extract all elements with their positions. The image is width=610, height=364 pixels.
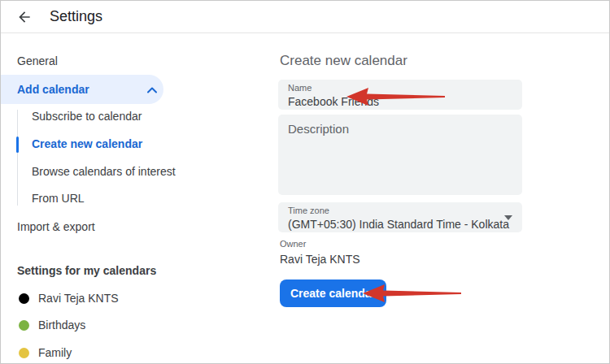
timezone-selected-value: (GMT+05:30) India Standard Time - Kolkat… — [288, 218, 512, 231]
description-textarea[interactable] — [278, 115, 522, 195]
arrow-left-icon — [16, 9, 33, 25]
owner-field-label: Owner — [280, 239, 360, 249]
calendar-label: Ravi Teja KNTS — [38, 292, 119, 305]
timezone-field-label: Time zone — [288, 206, 512, 216]
calendar-color-dot — [19, 293, 29, 304]
sub-items-indent-guide — [17, 110, 18, 206]
description-field[interactable] — [278, 115, 522, 195]
timezone-field[interactable]: Time zone (GMT+05:30) India Standard Tim… — [278, 202, 522, 232]
settings-window: Settings General Add calendar Subscribe … — [0, 0, 610, 364]
chevron-up-icon — [146, 86, 158, 93]
name-input[interactable] — [288, 95, 512, 108]
create-calendar-button[interactable]: Create calendar — [280, 280, 386, 307]
name-field-label: Name — [288, 83, 512, 93]
sidebar-item-subscribe-to-calendar[interactable]: Subscribe to calendar — [32, 110, 142, 123]
owner-field: Owner Ravi Teja KNTS — [280, 239, 360, 266]
calendar-label: Family — [38, 346, 72, 359]
calendar-color-dot — [19, 320, 29, 331]
sidebar-item-import-export[interactable]: Import & export — [17, 220, 95, 233]
caret-down-icon — [504, 215, 512, 220]
sidebar-item-add-calendar[interactable]: Add calendar — [1, 75, 163, 104]
active-item-indicator — [16, 136, 19, 153]
name-field[interactable]: Name — [278, 80, 522, 110]
top-bar: Settings — [1, 1, 609, 33]
sidebar-item-from-url[interactable]: From URL — [32, 192, 85, 205]
calendar-color-dot — [19, 348, 29, 358]
page-title: Settings — [50, 8, 102, 25]
sidebar-calendar-family[interactable]: Family — [19, 346, 72, 359]
sidebar-item-browse-calendars-of-interest[interactable]: Browse calendars of interest — [32, 165, 176, 178]
sidebar-item-create-new-calendar[interactable]: Create new calendar — [32, 137, 142, 150]
owner-value: Ravi Teja KNTS — [280, 253, 360, 266]
back-button[interactable] — [14, 6, 35, 28]
calendar-label: Birthdays — [38, 318, 85, 332]
sidebar-item-label: Add calendar — [17, 83, 89, 96]
panel-heading: Create new calendar — [280, 53, 407, 69]
my-calendars-section-header: Settings for my calendars — [17, 264, 156, 277]
sidebar-calendar-ravi-teja-knts[interactable]: Ravi Teja KNTS — [19, 292, 119, 305]
sidebar-calendar-birthdays[interactable]: Birthdays — [19, 318, 85, 332]
sidebar-item-general[interactable]: General — [17, 54, 58, 67]
